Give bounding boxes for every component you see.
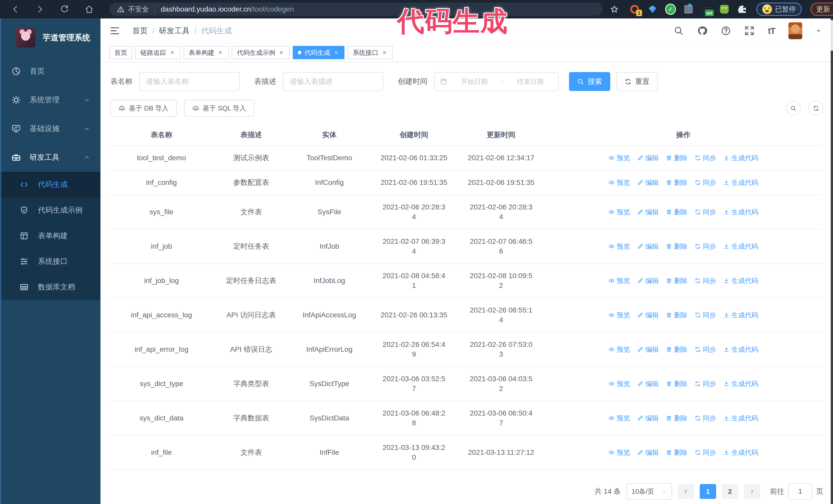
- action-trash-link[interactable]: 删除: [666, 276, 687, 286]
- action-refresh-link[interactable]: 同步: [695, 310, 716, 320]
- action-edit-link[interactable]: 编辑: [637, 276, 659, 286]
- action-download-link[interactable]: 生成代码: [723, 153, 758, 163]
- window-scrollbar[interactable]: [831, 19, 833, 504]
- sidebar-subitem-codegen-example[interactable]: 代码生成示例: [0, 197, 100, 223]
- extension-dark-icon[interactable]: on: [701, 4, 712, 15]
- tab-close-icon[interactable]: [217, 49, 223, 56]
- page-button-1[interactable]: 1: [700, 484, 716, 499]
- tab-系统接口[interactable]: 系统接口: [348, 46, 392, 59]
- action-refresh-link[interactable]: 同步: [695, 379, 716, 389]
- extension-orange-icon[interactable]: 1: [629, 4, 640, 15]
- font-size-icon[interactable]: tT: [768, 26, 775, 36]
- sidebar-subitem-db-doc[interactable]: 数据库文档: [0, 274, 100, 300]
- import-sql-button[interactable]: 基于 SQL 导入: [184, 100, 255, 117]
- action-edit-link[interactable]: 编辑: [637, 207, 659, 217]
- goto-page-input[interactable]: [788, 483, 812, 500]
- action-trash-link[interactable]: 删除: [666, 310, 687, 320]
- page-size-select[interactable]: 10条/页: [626, 483, 672, 500]
- tab-close-icon[interactable]: [333, 49, 339, 56]
- extension-grid-icon[interactable]: [683, 4, 694, 15]
- toggle-search-icon[interactable]: [786, 101, 801, 116]
- action-eye-link[interactable]: 预览: [609, 310, 630, 320]
- action-edit-link[interactable]: 编辑: [637, 241, 659, 251]
- next-page-button[interactable]: [744, 484, 760, 499]
- extension-robot-icon[interactable]: [719, 4, 730, 15]
- action-edit-link[interactable]: 编辑: [637, 310, 659, 320]
- table-name-input[interactable]: [139, 72, 240, 91]
- page-button-2[interactable]: 2: [722, 484, 738, 499]
- tab-close-icon[interactable]: [278, 49, 285, 56]
- fullscreen-icon[interactable]: [744, 26, 755, 36]
- action-refresh-link[interactable]: 同步: [695, 153, 716, 163]
- tab-close-icon[interactable]: [169, 49, 175, 56]
- action-trash-link[interactable]: 删除: [666, 207, 687, 217]
- browser-back-icon[interactable]: [10, 4, 21, 15]
- browser-update-button[interactable]: 更新: [810, 3, 833, 16]
- action-refresh-link[interactable]: 同步: [695, 207, 716, 217]
- sidebar-item-infra[interactable]: 基础设施: [0, 114, 100, 143]
- action-download-link[interactable]: 生成代码: [723, 310, 758, 320]
- import-db-button[interactable]: 基于 DB 导入: [110, 100, 177, 117]
- sidebar-collapse-icon[interactable]: [110, 26, 120, 36]
- table-desc-input[interactable]: [283, 72, 383, 91]
- sidebar-subitem-codegen[interactable]: 代码生成: [0, 172, 100, 197]
- action-eye-link[interactable]: 预览: [609, 153, 630, 163]
- browser-forward-icon[interactable]: [34, 4, 46, 15]
- action-edit-link[interactable]: 编辑: [637, 178, 659, 187]
- action-edit-link[interactable]: 编辑: [637, 379, 659, 389]
- action-download-link[interactable]: 生成代码: [723, 344, 758, 354]
- tab-代码生成[interactable]: 代码生成: [293, 46, 344, 59]
- address-bar[interactable]: 不安全 dashboard.yudao.iocoder.cn/tool/code…: [109, 3, 602, 16]
- action-eye-link[interactable]: 预览: [609, 276, 630, 286]
- action-eye-link[interactable]: 预览: [609, 448, 630, 457]
- sidebar-subitem-form-build[interactable]: 表单构建: [0, 223, 100, 249]
- tab-代码生成示例[interactable]: 代码生成示例: [232, 46, 290, 59]
- action-eye-link[interactable]: 预览: [609, 379, 630, 389]
- breadcrumb-home[interactable]: 首页: [132, 26, 148, 36]
- action-refresh-link[interactable]: 同步: [695, 276, 716, 286]
- help-icon[interactable]: [721, 26, 731, 36]
- bookmark-star-icon[interactable]: [610, 5, 619, 14]
- search-button[interactable]: 搜索: [569, 72, 610, 91]
- action-refresh-link[interactable]: 同步: [695, 448, 716, 457]
- action-eye-link[interactable]: 预览: [609, 241, 630, 251]
- github-icon[interactable]: [697, 26, 708, 36]
- action-eye-link[interactable]: 预览: [609, 178, 630, 187]
- action-trash-link[interactable]: 删除: [666, 344, 687, 354]
- avatar-caret-down-icon[interactable]: [815, 28, 822, 34]
- action-edit-link[interactable]: 编辑: [637, 153, 659, 163]
- extension-gem-icon[interactable]: [647, 4, 658, 15]
- action-download-link[interactable]: 生成代码: [723, 276, 758, 286]
- action-download-link[interactable]: 生成代码: [723, 241, 758, 251]
- profile-paused-badge[interactable]: 已暂停: [756, 3, 802, 16]
- action-eye-link[interactable]: 预览: [609, 344, 630, 354]
- action-download-link[interactable]: 生成代码: [723, 178, 758, 187]
- sidebar-item-home[interactable]: 首页: [0, 57, 100, 86]
- action-edit-link[interactable]: 编辑: [637, 448, 659, 457]
- prev-page-button[interactable]: [678, 484, 694, 499]
- action-refresh-link[interactable]: 同步: [695, 413, 716, 423]
- action-eye-link[interactable]: 预览: [609, 413, 630, 423]
- action-edit-link[interactable]: 编辑: [637, 413, 659, 423]
- action-edit-link[interactable]: 编辑: [637, 344, 659, 354]
- sidebar-subitem-system-api[interactable]: 系统接口: [0, 249, 100, 274]
- sidebar-item-dev-tools[interactable]: 研发工具: [0, 143, 100, 172]
- action-trash-link[interactable]: 删除: [666, 379, 687, 389]
- app-logo-row[interactable]: 芋道管理系统: [0, 19, 100, 57]
- browser-reload-icon[interactable]: [59, 4, 70, 15]
- action-trash-link[interactable]: 删除: [666, 448, 687, 457]
- action-trash-link[interactable]: 删除: [666, 241, 687, 251]
- action-download-link[interactable]: 生成代码: [723, 379, 758, 389]
- action-download-link[interactable]: 生成代码: [723, 448, 758, 457]
- browser-home-icon[interactable]: [84, 4, 95, 15]
- action-download-link[interactable]: 生成代码: [723, 413, 758, 423]
- action-eye-link[interactable]: 预览: [609, 207, 630, 217]
- action-refresh-link[interactable]: 同步: [695, 178, 716, 187]
- action-refresh-link[interactable]: 同步: [695, 344, 716, 354]
- user-avatar[interactable]: [788, 22, 802, 39]
- extension-green-check-icon[interactable]: ✓: [665, 4, 676, 15]
- tab-首页[interactable]: 首页: [109, 46, 132, 59]
- date-range-picker[interactable]: 开始日期 - 结束日期: [434, 72, 559, 91]
- sidebar-item-system[interactable]: 系统管理: [0, 86, 100, 114]
- action-refresh-link[interactable]: 同步: [695, 241, 716, 251]
